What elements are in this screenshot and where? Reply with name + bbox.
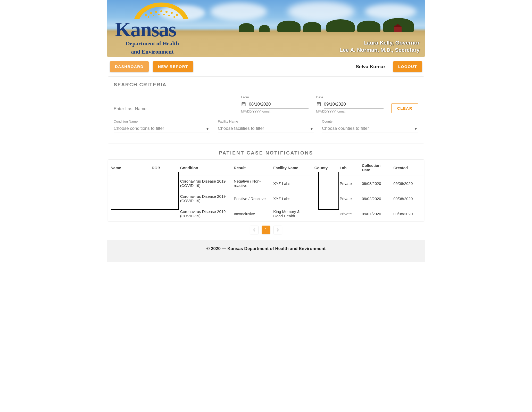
search-title: SEARCH CRITERIA (114, 82, 418, 88)
svg-point-10 (158, 14, 160, 15)
next-page-button[interactable] (273, 226, 282, 234)
header-banner: AD ASTRA PER ASPERA Kansas Department of… (107, 0, 425, 57)
facility-select[interactable] (218, 124, 314, 133)
cell-collection: 09/08/2020 (359, 176, 391, 191)
calendar-icon[interactable] (241, 101, 246, 108)
cell-condition: Coronavirus Disease 2019 (COVID-19) (178, 191, 231, 206)
dashboard-button[interactable]: DASHBOARD (110, 61, 149, 72)
cell-facility: King Memory & Good Health (271, 206, 312, 221)
svg-point-13 (173, 16, 175, 18)
calendar-icon[interactable] (316, 101, 321, 108)
svg-point-12 (168, 15, 170, 16)
dept-line-1: Department of Health (115, 40, 190, 47)
svg-point-2 (150, 12, 152, 14)
facility-label: Facility Name (218, 119, 314, 123)
th-created[interactable]: Created (391, 160, 424, 176)
pagination: 1 (107, 226, 425, 234)
th-result[interactable]: Result (231, 160, 271, 176)
redacted-county (318, 172, 339, 210)
cell-result: Negative / Non-reactive (231, 176, 271, 191)
new-report-button[interactable]: NEW REPORT (153, 61, 193, 72)
svg-point-3 (155, 11, 157, 13)
governor-line: Laura Kelly, Governor (339, 40, 420, 46)
search-panel: SEARCH CRITERIA From MM/DD/YYYY format D… (108, 76, 424, 143)
svg-point-9 (153, 15, 154, 16)
redacted-name-dob (111, 172, 179, 210)
toolbar: DASHBOARD NEW REPORT Selva Kumar LOGOUT (107, 57, 425, 76)
svg-point-5 (165, 11, 168, 13)
cell-collection: 09/07/2020 (359, 206, 391, 221)
secretary-line: Lee A. Norman, M.D., Secretary (339, 47, 420, 53)
th-facility[interactable]: Facility Name (271, 160, 312, 176)
logout-button[interactable]: LOGOUT (393, 61, 422, 72)
cell-created: 09/08/2020 (391, 176, 424, 191)
condition-select[interactable] (114, 124, 210, 133)
svg-point-11 (163, 14, 165, 15)
cell-result: Positive / Reactive (231, 191, 271, 206)
cell-result: Inconclusive (231, 206, 271, 221)
last-name-input[interactable] (114, 105, 233, 113)
from-date-input[interactable] (249, 100, 308, 109)
org-name: Kansas (115, 20, 190, 39)
prev-page-button[interactable] (250, 226, 259, 234)
cell-facility: XYZ Labs (271, 176, 312, 191)
cell-collection: 09/02/2020 (359, 191, 391, 206)
county-select[interactable] (322, 124, 418, 133)
clear-button[interactable]: CLEAR (391, 103, 418, 113)
dept-line-2: and Environment (115, 48, 190, 55)
section-title: PATIENT CASE NOTIFICATIONS (107, 150, 425, 156)
cell-facility: XYZ Labs (271, 191, 312, 206)
chevron-right-icon (277, 228, 279, 232)
footer: © 2020 — Kansas Department of Health and… (107, 240, 425, 262)
county-label: County (322, 119, 418, 123)
page-1-button[interactable]: 1 (262, 226, 270, 234)
chevron-left-icon (253, 228, 255, 232)
cell-lab: Private (337, 191, 359, 206)
cell-created: 09/08/2020 (391, 206, 424, 221)
cell-lab: Private (337, 176, 359, 191)
svg-point-6 (171, 12, 173, 14)
cell-lab: Private (337, 206, 359, 221)
cell-condition: Coronavirus Disease 2019 (COVID-19) (178, 206, 231, 221)
th-lab[interactable]: Lab (337, 160, 359, 176)
from-hint: MM/DD/YYYY format (241, 110, 308, 113)
svg-point-8 (148, 16, 149, 18)
user-name: Selva Kumar (356, 64, 385, 70)
condition-label: Condition Name (114, 119, 210, 123)
cell-condition: Coronavirus Disease 2019 (COVID-19) (178, 176, 231, 191)
to-date-input[interactable] (324, 100, 384, 109)
th-collection[interactable]: Collection Date (359, 160, 391, 176)
th-condition[interactable]: Condition (178, 160, 231, 176)
to-hint: MM/DD/YYYY format (316, 110, 384, 113)
to-label: Date (316, 95, 384, 99)
svg-point-4 (160, 10, 162, 12)
cell-created: 09/08/2020 (391, 191, 424, 206)
svg-point-1 (145, 14, 147, 16)
svg-point-7 (176, 14, 178, 16)
from-label: From (241, 95, 308, 99)
kdhe-logo: AD ASTRA PER ASPERA Kansas Department of… (115, 2, 190, 55)
